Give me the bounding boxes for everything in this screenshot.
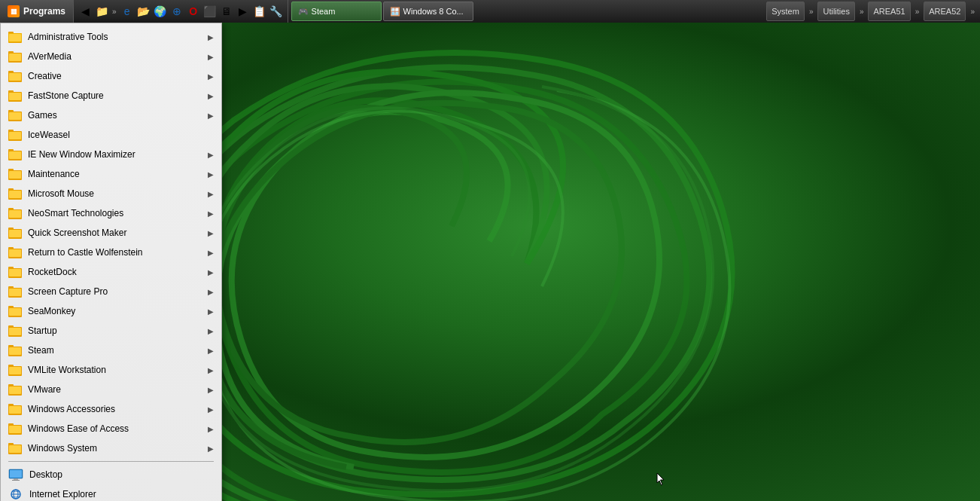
svg-rect-55 (9, 367, 21, 374)
util-quick-icon[interactable]: 🔧 (269, 4, 284, 19)
menu-item-desktop[interactable]: Desktop (1, 465, 221, 484)
menu-separator-1 (8, 461, 214, 462)
quick-launch-chevron[interactable]: » (111, 8, 118, 16)
menu-item-ie-new-window[interactable]: IE New Window Maximizer ▶ (1, 145, 221, 164)
arrow-icon-rocketdock: ▶ (208, 268, 214, 276)
svg-rect-13 (9, 93, 21, 100)
windows8-taskbar-btn[interactable]: 🪟 Windows 8 Co... (383, 2, 473, 21)
menu-label-neosmart: NeoSmart Technologies (28, 208, 205, 218)
svg-rect-61 (9, 406, 21, 414)
steam-taskbar-btn[interactable]: 🎮 Steam (291, 2, 382, 21)
menu-item-windows-accessories[interactable]: Windows Accessories ▶ (1, 399, 221, 419)
screen-quick-icon[interactable]: 🖥 (219, 4, 234, 19)
menu-label-rocketdock: RocketDock (28, 267, 205, 277)
folder2-quick-icon[interactable]: 📂 (136, 4, 151, 19)
menu-item-vmware[interactable]: VMware ▶ (1, 380, 221, 399)
svg-rect-71 (12, 480, 20, 481)
menu-label-startup: Startup (28, 325, 205, 336)
menu-item-vmlite[interactable]: VMLite Workstation ▶ (1, 360, 221, 380)
svg-rect-31 (9, 210, 21, 218)
menu-item-faststone[interactable]: FastStone Capture ▶ (1, 86, 221, 105)
menu-item-administrative-tools[interactable]: Administrative Tools ▶ (1, 27, 221, 47)
svg-rect-4 (9, 34, 21, 41)
svg-rect-43 (9, 289, 21, 296)
system-chevron-3[interactable]: » (914, 8, 921, 16)
folder-icon-creative (8, 70, 22, 82)
task-quick-icon[interactable]: 📋 (252, 4, 267, 19)
svg-rect-34 (9, 230, 21, 237)
network-quick-icon[interactable]: 🌍 (153, 4, 168, 19)
menu-item-avermedia[interactable]: AVerMedia ▶ (1, 47, 221, 66)
utilities-item[interactable]: Utilities (817, 2, 854, 21)
arrow-icon-windows-ease-of-access: ▶ (208, 425, 214, 433)
arrow-icon-screen-capture-pro: ▶ (208, 288, 214, 296)
folder-icon-rocketdock (8, 266, 22, 278)
arrow-icon-ie-new-window: ▶ (208, 151, 214, 159)
svg-rect-64 (9, 426, 21, 433)
menu-label-rtcw: Return to Castle Wolfenstein (28, 247, 205, 258)
menu-item-neosmart[interactable]: NeoSmart Technologies ▶ (1, 203, 221, 223)
menu-item-microsoft-mouse[interactable]: Microsoft Mouse ▶ (1, 184, 221, 203)
arrow-icon-neosmart: ▶ (208, 209, 214, 218)
menu-item-screen-capture-pro[interactable]: Screen Capture Pro ▶ (1, 282, 221, 301)
menu-label-administrative-tools: Administrative Tools (28, 32, 205, 42)
svg-rect-22 (9, 151, 21, 159)
menu-label-faststone: FastStone Capture (28, 90, 205, 101)
menu-label-seamonkey: SeaMonkey (28, 306, 205, 316)
folder-icon-seamonkey (8, 305, 22, 317)
folder-quick-icon[interactable]: 📁 (94, 4, 109, 19)
menu-item-rtcw[interactable]: Return to Castle Wolfenstein ▶ (1, 243, 221, 262)
folder-icon-quick-screenshot (8, 227, 22, 239)
area52-item[interactable]: AREA52 (924, 2, 966, 21)
area51-item[interactable]: AREA51 (868, 2, 910, 21)
folder-icon-rtcw (8, 246, 22, 258)
arrow-icon-microsoft-mouse: ▶ (208, 190, 214, 198)
svg-rect-16 (9, 112, 21, 120)
arrow-icon-administrative-tools: ▶ (208, 33, 214, 41)
media-quick-icon[interactable]: ▶ (236, 4, 251, 19)
windows8-taskbar-icon: 🪟 (390, 7, 400, 17)
menu-item-creative[interactable]: Creative ▶ (1, 66, 221, 86)
programs-button[interactable]: ▦ Programs (0, 0, 74, 23)
menu-item-rocketdock[interactable]: RocketDock ▶ (1, 262, 221, 282)
folder-icon (8, 31, 22, 43)
menu-label-screen-capture-pro: Screen Capture Pro (28, 286, 205, 297)
folder-icon-neosmart (8, 207, 22, 219)
menu-label-vmlite: VMLite Workstation (28, 365, 205, 375)
menu-item-startup[interactable]: Startup ▶ (1, 321, 221, 341)
arrow-icon-vmware: ▶ (208, 386, 214, 394)
svg-rect-67 (9, 445, 21, 453)
back-quick-icon[interactable]: ◀ (78, 4, 93, 19)
arrow-icon-faststone: ▶ (208, 92, 214, 100)
system-chevron-4[interactable]: » (969, 8, 976, 16)
menu-label-steam: Steam (28, 345, 205, 356)
opera-quick-icon[interactable]: O (186, 4, 201, 19)
menu-item-maintenance[interactable]: Maintenance ▶ (1, 164, 221, 184)
folder-icon-iceweasel (8, 129, 22, 141)
menu-item-steam[interactable]: Steam ▶ (1, 341, 221, 360)
menu-item-games[interactable]: Games ▶ (1, 105, 221, 125)
system-chevron-1[interactable]: » (808, 8, 815, 16)
svg-rect-49 (9, 328, 21, 335)
system-chevron-2[interactable]: » (858, 8, 866, 16)
folder-icon-ie-new-window (8, 148, 22, 160)
menu-item-windows-ease-of-access[interactable]: Windows Ease of Access ▶ (1, 419, 221, 438)
steam-taskbar-label: Steam (312, 7, 336, 16)
folder-icon-vmware (8, 383, 22, 396)
system-item[interactable]: System (766, 2, 805, 21)
terminal-quick-icon[interactable]: ⬛ (202, 4, 218, 19)
ie-quick-icon[interactable]: e (120, 4, 135, 19)
menu-label-avermedia: AVerMedia (28, 51, 205, 62)
menu-label-windows-accessories: Windows Accessories (28, 404, 205, 414)
menu-label-ie-new-window: IE New Window Maximizer (28, 149, 205, 160)
arrow-icon-quick-screenshot: ▶ (208, 229, 214, 237)
menu-item-quick-screenshot[interactable]: Quick Screenshot Maker ▶ (1, 223, 221, 243)
arrow-icon-avermedia: ▶ (208, 53, 214, 61)
ie2-quick-icon[interactable]: ⊕ (169, 4, 184, 19)
menu-label-quick-screenshot: Quick Screenshot Maker (28, 228, 205, 238)
svg-rect-28 (9, 191, 21, 198)
menu-item-internet-explorer[interactable]: Internet Explorer (1, 484, 221, 501)
menu-item-seamonkey[interactable]: SeaMonkey ▶ (1, 301, 221, 321)
menu-item-iceweasel[interactable]: IceWeasel (1, 125, 221, 145)
menu-item-windows-system[interactable]: Windows System ▶ (1, 438, 221, 458)
